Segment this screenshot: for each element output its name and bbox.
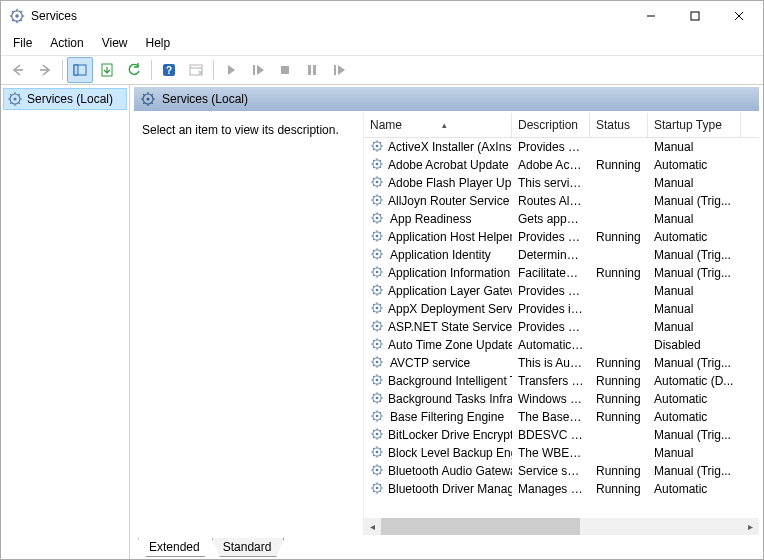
back-button[interactable]	[5, 57, 31, 83]
horizontal-scrollbar[interactable]: ◂ ▸	[364, 518, 759, 535]
services-rows[interactable]: ActiveX Installer (AxInstSV)Provides Us.…	[364, 138, 759, 518]
export-list-button[interactable]	[94, 57, 120, 83]
pause-service-button[interactable]	[299, 57, 325, 83]
service-description-cell: Provides Us...	[512, 140, 590, 154]
table-row[interactable]: AVCTP serviceThis is Audi...RunningManua…	[364, 354, 759, 372]
table-row[interactable]: Base Filtering EngineThe Base Fil...Runn…	[364, 408, 759, 426]
properties-button[interactable]	[183, 57, 209, 83]
service-name-cell: Adobe Flash Player Update ...	[364, 175, 512, 191]
close-button[interactable]	[717, 2, 761, 30]
table-row[interactable]: Adobe Acrobat Update Serv...Adobe Acro..…	[364, 156, 759, 174]
service-name-cell: Application Information	[364, 265, 512, 281]
service-startup-cell: Automatic	[648, 392, 741, 406]
service-name: Block Level Backup Engine ...	[388, 446, 512, 460]
svg-line-36	[10, 102, 11, 103]
service-gear-icon	[370, 409, 386, 425]
table-row[interactable]: Bluetooth Driver Managem...Manages BT...…	[364, 480, 759, 498]
start-service-button[interactable]	[218, 57, 244, 83]
forward-button[interactable]	[32, 57, 58, 83]
svg-line-187	[380, 376, 381, 377]
svg-line-174	[373, 358, 374, 359]
table-row[interactable]: Adobe Flash Player Update ...This servic…	[364, 174, 759, 192]
table-row[interactable]: Application Layer Gateway ...Provides su…	[364, 282, 759, 300]
toolbar: ?	[1, 55, 763, 85]
maximize-button[interactable]	[673, 2, 717, 30]
svg-rect-23	[253, 65, 255, 75]
column-header-description[interactable]: Description	[512, 113, 590, 137]
svg-line-6	[12, 11, 14, 13]
play-from-start-button[interactable]	[245, 57, 271, 83]
column-header-name[interactable]: Name▴	[364, 113, 512, 137]
svg-point-109	[376, 253, 379, 256]
table-row[interactable]: Background Intelligent Tran...Transfers …	[364, 372, 759, 390]
svg-line-95	[380, 221, 381, 222]
svg-line-217	[380, 430, 381, 431]
menu-view[interactable]: View	[94, 33, 136, 53]
svg-line-246	[373, 491, 374, 492]
service-description-cell: BDESVC hos...	[512, 428, 590, 442]
menu-help[interactable]: Help	[138, 33, 179, 53]
svg-line-144	[373, 304, 374, 305]
help-button[interactable]: ?	[156, 57, 182, 83]
table-row[interactable]: AllJoyn Router ServiceRoutes AllJo...Man…	[364, 192, 759, 210]
service-name: Bluetooth Driver Managem...	[388, 482, 512, 496]
table-row[interactable]: Bluetooth Audio Gateway S...Service sup.…	[364, 462, 759, 480]
service-gear-icon	[370, 193, 384, 209]
svg-line-94	[373, 214, 374, 215]
svg-line-64	[373, 160, 374, 161]
table-row[interactable]: App ReadinessGets apps re...Manual	[364, 210, 759, 228]
table-row[interactable]: Auto Time Zone UpdaterAutomatica...Disab…	[364, 336, 759, 354]
svg-line-164	[373, 340, 374, 341]
table-row[interactable]: Application Host Helper Ser...Provides a…	[364, 228, 759, 246]
table-row[interactable]: Background Tasks Infrastru...Windows in.…	[364, 390, 759, 408]
svg-point-219	[376, 451, 379, 454]
tab-extended[interactable]: Extended	[138, 538, 213, 557]
column-header-status[interactable]: Status	[590, 113, 648, 137]
menu-file[interactable]: File	[5, 33, 40, 53]
table-row[interactable]: ASP.NET State ServiceProvides su...Manua…	[364, 318, 759, 336]
svg-line-65	[380, 167, 381, 168]
tree-node-services-local[interactable]: Services (Local)	[3, 88, 127, 110]
table-row[interactable]: AppX Deployment Service (...Provides inf…	[364, 300, 759, 318]
service-name-cell: Auto Time Zone Updater	[364, 337, 512, 353]
scroll-right-button[interactable]: ▸	[742, 518, 759, 535]
table-row[interactable]: Block Level Backup Engine ...The WBENG..…	[364, 444, 759, 462]
detail-pane: Services (Local) Select an item to view …	[130, 85, 763, 559]
show-hide-console-tree-button[interactable]	[67, 57, 93, 83]
service-status-cell: Running	[590, 266, 648, 280]
title-bar[interactable]: Services	[1, 1, 763, 31]
svg-line-66	[373, 167, 374, 168]
minimize-button[interactable]	[629, 2, 673, 30]
console-tree[interactable]: Services (Local)	[1, 85, 130, 559]
service-description-cell: Determines ...	[512, 248, 590, 262]
svg-line-237	[380, 466, 381, 467]
table-row[interactable]: ActiveX Installer (AxInstSV)Provides Us.…	[364, 138, 759, 156]
scroll-left-button[interactable]: ◂	[364, 518, 381, 535]
column-header-startup-type[interactable]: Startup Type	[648, 113, 741, 137]
svg-point-79	[376, 199, 379, 202]
svg-line-107	[380, 232, 381, 233]
service-name: Application Host Helper Ser...	[388, 230, 512, 244]
table-row[interactable]: BitLocker Drive Encryption ...BDESVC hos…	[364, 426, 759, 444]
service-name: Adobe Acrobat Update Serv...	[388, 158, 512, 172]
svg-line-104	[373, 232, 374, 233]
service-name: Adobe Flash Player Update ...	[388, 176, 512, 190]
tab-standard[interactable]: Standard	[212, 538, 285, 557]
svg-line-244	[373, 484, 374, 485]
service-description-cell: The WBENG...	[512, 446, 590, 460]
service-startup-cell: Automatic	[648, 482, 741, 496]
table-row[interactable]: Application IdentityDetermines ...Manual…	[364, 246, 759, 264]
refresh-button[interactable]	[121, 57, 147, 83]
svg-line-196	[373, 401, 374, 402]
service-name: Background Tasks Infrastru...	[388, 392, 512, 406]
restart-service-button[interactable]	[326, 57, 352, 83]
table-row[interactable]: Application InformationFacilitates t...R…	[364, 264, 759, 282]
service-startup-cell: Manual	[648, 302, 741, 316]
menu-action[interactable]: Action	[42, 33, 91, 53]
scroll-thumb[interactable]	[381, 518, 580, 535]
svg-line-117	[380, 250, 381, 251]
stop-service-button[interactable]	[272, 57, 298, 83]
service-name-cell: ActiveX Installer (AxInstSV)	[364, 139, 512, 155]
scroll-track[interactable]	[381, 518, 742, 535]
svg-line-154	[373, 322, 374, 323]
